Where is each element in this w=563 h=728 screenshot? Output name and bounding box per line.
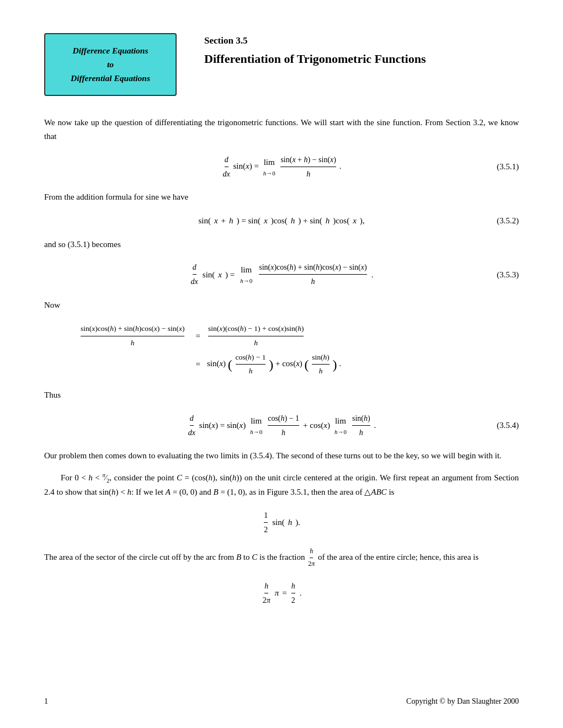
thus-paragraph: Thus xyxy=(44,388,519,402)
copyright: Copyright © by Dan Slaughter 2000 xyxy=(406,697,519,706)
equation-352: sin(x + h) = sin(x)cos(h) + sin(h)cos(x)… xyxy=(44,214,519,228)
page-number: 1 xyxy=(44,697,48,706)
for-0-h-paragraph: For 0 < h < π⁄2, consider the point C = … xyxy=(44,470,519,499)
intro-paragraph: We now take up the question of different… xyxy=(44,116,519,143)
book-title-line1: Difference Equations xyxy=(72,46,148,55)
book-title-box: Difference Equations to Differential Equ… xyxy=(44,33,177,96)
after-352-paragraph: and so (3.5.1) becomes xyxy=(44,238,519,251)
equation-351: d dx sin(x) = lim h→0 sin(x + h) − sin(x… xyxy=(44,153,519,180)
section-info: Section 3.5 Differentiation of Trigonome… xyxy=(204,33,426,67)
eq-number-351: (3.5.1) xyxy=(497,160,519,174)
eq-number-354: (3.5.4) xyxy=(497,419,519,432)
now-paragraph: Now xyxy=(44,298,519,312)
equation-354: d dx sin(x) = sin(x) lim h→0 cos(h) − 1 … xyxy=(44,412,519,439)
book-title-line2: to xyxy=(107,60,114,69)
after-354-paragraph: Our problem then comes down to evaluatin… xyxy=(44,449,519,463)
section-title: Differentiation of Trigonometric Functio… xyxy=(204,51,426,67)
page: Difference Equations to Differential Equ… xyxy=(0,0,563,728)
equation-353: d dx sin(x) = lim h→0 sin(x)cos(h) + sin… xyxy=(44,261,519,288)
footer: 1 Copyright © by Dan Slaughter 2000 xyxy=(44,697,519,706)
header-area: Difference Equations to Differential Equ… xyxy=(44,33,519,96)
section-number: Section 3.5 xyxy=(204,35,426,46)
after-351-paragraph: From the addition formula for sine we ha… xyxy=(44,190,519,204)
area-sector-paragraph: The area of the sector of the circle cut… xyxy=(44,546,519,570)
equation-half-sinh: 1 2 sin(h). xyxy=(44,509,519,536)
eq-number-353: (3.5.3) xyxy=(497,268,519,282)
eq-number-352: (3.5.2) xyxy=(497,214,519,228)
book-title-line3: Differential Equations xyxy=(71,73,150,83)
equation-h-over-2: h 2π π = h 2 . xyxy=(44,580,519,607)
main-content: We now take up the question of different… xyxy=(44,116,519,607)
multiline-equation: sin(x)cos(h) + sin(h)cos(x) − sin(x) h =… xyxy=(77,322,519,378)
